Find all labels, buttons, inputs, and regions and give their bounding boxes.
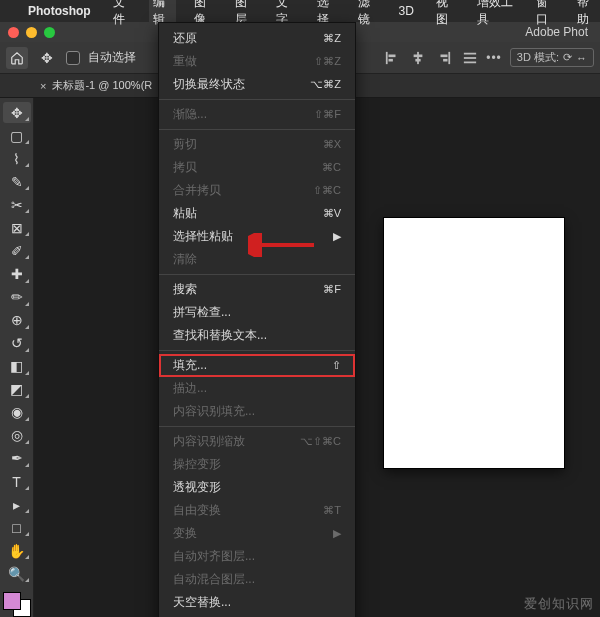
menu-item[interactable]: 选择性粘贴▶ <box>159 225 355 248</box>
path-select-tool[interactable]: ▸ <box>3 494 31 515</box>
menu-item: 变换▶ <box>159 522 355 545</box>
marquee-tool[interactable]: ▢ <box>3 125 31 146</box>
menu-item-label: 选择性粘贴 <box>173 228 233 245</box>
menu-item-shortcut: ⇧⌘Z <box>314 55 341 68</box>
menu-item: 拷贝⌘C <box>159 156 355 179</box>
menu-item[interactable]: 查找和替换文本... <box>159 324 355 347</box>
document-tab[interactable]: × 未标题-1 @ 100%(R <box>40 78 152 93</box>
zoom-tool[interactable]: 🔍 <box>3 563 31 584</box>
3d-mode-dropdown[interactable]: 3D 模式: ⟳ ↔ <box>510 48 594 67</box>
menu-item[interactable]: 搜索⌘F <box>159 278 355 301</box>
foreground-color-swatch[interactable] <box>3 592 21 610</box>
menubar-app[interactable]: Photoshop <box>24 2 95 20</box>
submenu-indicator-icon <box>25 578 29 582</box>
home-button[interactable] <box>6 47 28 69</box>
submenu-indicator-icon <box>25 140 29 144</box>
menubar-view[interactable]: 视图 <box>432 0 459 30</box>
traffic-lights <box>8 27 55 38</box>
svg-rect-3 <box>417 51 419 63</box>
hand-tool[interactable]: ✋ <box>3 540 31 561</box>
document-canvas[interactable] <box>384 218 564 468</box>
gradient-tool[interactable]: ◩ <box>3 379 31 400</box>
mac-menubar: Photoshop 文件 编辑 图像 图层 文字 选择 滤镜 3D 视图 增效工… <box>0 0 600 22</box>
move-tool-indicator-icon: ✥ <box>36 47 58 69</box>
document-tab-label: 未标题-1 @ 100%(R <box>52 78 152 93</box>
menu-item-label: 粘贴 <box>173 205 197 222</box>
healing-tool[interactable]: ✚ <box>3 263 31 284</box>
window-title: Adobe Phot <box>525 25 588 39</box>
menu-item-shortcut: ⌘T <box>323 504 341 517</box>
svg-rect-5 <box>416 58 421 61</box>
menu-item[interactable]: 透视变形 <box>159 476 355 499</box>
eraser-tool[interactable]: ◧ <box>3 356 31 377</box>
menu-item-shortcut: ⇧⌘F <box>314 108 341 121</box>
shape-tool[interactable]: □ <box>3 517 31 538</box>
menubar-file[interactable]: 文件 <box>109 0 136 30</box>
brush-tool[interactable]: ✏ <box>3 287 31 308</box>
menu-item-label: 合并拷贝 <box>173 182 221 199</box>
menu-item: 自动混合图层... <box>159 568 355 591</box>
menu-item-shortcut: ▶ <box>333 527 341 540</box>
auto-select-checkbox[interactable] <box>66 51 80 65</box>
align-left-button[interactable] <box>382 48 402 68</box>
align-h-center-button[interactable] <box>408 48 428 68</box>
svg-rect-1 <box>389 54 396 57</box>
submenu-indicator-icon <box>25 486 29 490</box>
watermark: 爱创知识网 <box>524 595 594 613</box>
menu-item[interactable]: 粘贴⌘V <box>159 202 355 225</box>
menubar-plugins[interactable]: 增效工具 <box>473 0 519 30</box>
menubar-3d[interactable]: 3D <box>394 2 417 20</box>
eyedropper-tool[interactable]: ✐ <box>3 240 31 261</box>
minimize-button[interactable] <box>26 27 37 38</box>
menu-item-label: 内容识别填充... <box>173 403 255 420</box>
color-swatches[interactable] <box>3 592 31 617</box>
menu-item: 自由变换⌘T <box>159 499 355 522</box>
submenu-indicator-icon <box>25 117 29 121</box>
menu-item-label: 还原 <box>173 30 197 47</box>
submenu-indicator-icon <box>25 348 29 352</box>
type-tool[interactable]: T <box>3 471 31 492</box>
pen-tool[interactable]: ✒ <box>3 448 31 469</box>
maximize-button[interactable] <box>44 27 55 38</box>
menu-item: 剪切⌘X <box>159 133 355 156</box>
distribute-button[interactable] <box>460 48 480 68</box>
menubar-filter[interactable]: 滤镜 <box>354 0 381 30</box>
menu-item: 内容识别填充... <box>159 400 355 423</box>
move-tool[interactable]: ✥ <box>3 102 31 123</box>
submenu-indicator-icon <box>25 279 29 283</box>
menu-item-shortcut: ⌘Z <box>323 32 341 45</box>
menu-item[interactable]: 天空替换... <box>159 591 355 614</box>
menu-item[interactable]: 切换最终状态⌥⌘Z <box>159 73 355 96</box>
frame-tool[interactable]: ⊠ <box>3 217 31 238</box>
submenu-indicator-icon <box>25 555 29 559</box>
submenu-indicator-icon <box>25 163 29 167</box>
quick-select-tool[interactable]: ✎ <box>3 171 31 192</box>
menu-item-label: 填充... <box>173 357 207 374</box>
crop-tool[interactable]: ✂ <box>3 194 31 215</box>
blur-tool[interactable]: ◉ <box>3 402 31 423</box>
stamp-tool[interactable]: ⊕ <box>3 310 31 331</box>
menu-item-label: 剪切 <box>173 136 197 153</box>
submenu-indicator-icon <box>25 302 29 306</box>
menu-item[interactable]: 拼写检查... <box>159 301 355 324</box>
close-tab-icon[interactable]: × <box>40 80 46 92</box>
svg-rect-11 <box>464 61 476 63</box>
menu-item-label: 切换最终状态 <box>173 76 245 93</box>
menu-item-shortcut: ⌘F <box>323 283 341 296</box>
lasso-tool[interactable]: ⌇ <box>3 148 31 169</box>
menu-item[interactable]: 填充...⇧ <box>159 354 355 377</box>
submenu-indicator-icon <box>25 186 29 190</box>
submenu-indicator-icon <box>25 509 29 513</box>
menu-item-label: 天空替换... <box>173 594 231 611</box>
more-options-button[interactable]: ••• <box>486 51 502 65</box>
menu-item[interactable]: 还原⌘Z <box>159 27 355 50</box>
close-button[interactable] <box>8 27 19 38</box>
submenu-indicator-icon <box>25 325 29 329</box>
submenu-indicator-icon <box>25 371 29 375</box>
svg-rect-9 <box>464 52 476 54</box>
history-brush-tool[interactable]: ↺ <box>3 333 31 354</box>
dodge-tool[interactable]: ◎ <box>3 425 31 446</box>
menu-separator <box>159 350 355 351</box>
align-right-button[interactable] <box>434 48 454 68</box>
submenu-indicator-icon <box>25 417 29 421</box>
